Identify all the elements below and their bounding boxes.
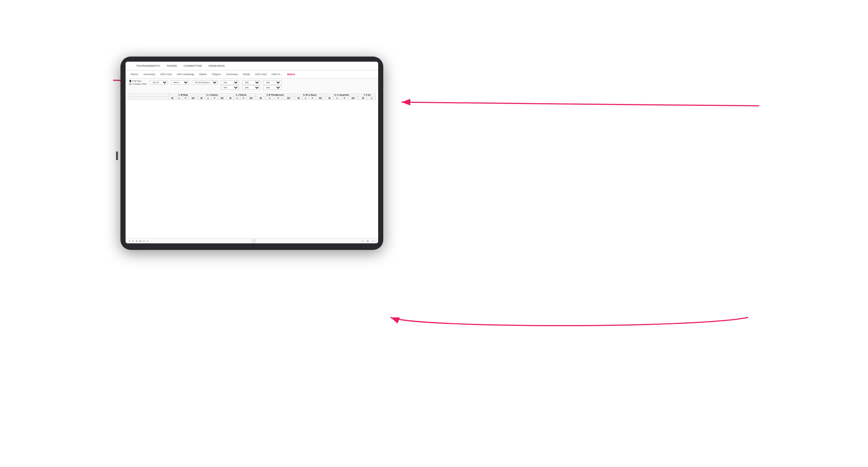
tab-detail[interactable]: Detail bbox=[242, 72, 251, 77]
sh-4-t: T bbox=[274, 97, 283, 100]
full-view-radio[interactable]: Full View bbox=[129, 80, 147, 82]
nav-item-committee[interactable]: COMMITTEE bbox=[183, 63, 203, 68]
col-header-empty bbox=[128, 93, 169, 97]
full-view-dot bbox=[129, 80, 131, 82]
filter-players: (All) (All) bbox=[263, 80, 281, 90]
view-badge[interactable] bbox=[252, 239, 256, 243]
tool1-icon[interactable]: ⊕ bbox=[136, 240, 138, 242]
filter-gender: Men's bbox=[171, 80, 189, 85]
sh-5-t: T bbox=[309, 97, 316, 100]
conference-select[interactable]: (All) bbox=[242, 80, 260, 85]
compact-view-dot bbox=[129, 83, 131, 85]
compact-view-radio[interactable]: Compact View bbox=[129, 83, 147, 85]
tab-summary2[interactable]: Summary bbox=[225, 72, 239, 77]
region-select[interactable]: N/A bbox=[221, 80, 239, 85]
share-button[interactable] bbox=[372, 240, 375, 242]
tab-h2h-grid2[interactable]: H2H Grid bbox=[254, 72, 268, 77]
col-header-7: 7. G Sa bbox=[358, 93, 376, 97]
sh-1-dif: Dif bbox=[188, 97, 197, 100]
view-badge-container bbox=[252, 240, 256, 242]
sh-2-dif: Dif bbox=[218, 97, 227, 100]
tabs-row: Teams Summary H2H Grid H2H Heatmap Matri… bbox=[126, 70, 378, 78]
sh-2-w: W bbox=[197, 97, 205, 100]
sh-5-l: L bbox=[303, 97, 309, 100]
grid-icon[interactable]: ⊞ bbox=[367, 240, 369, 242]
matrix-container[interactable]: 1. W Ding 2. L Clanton 3. J Koivun 4. M … bbox=[126, 92, 378, 238]
nav-item-rankings[interactable]: RANKINGS bbox=[208, 63, 226, 68]
compact-view-label: Compact View bbox=[132, 83, 147, 85]
filter-region: N/A N/A bbox=[221, 80, 239, 90]
tab-matrix-first[interactable]: Matrix bbox=[198, 72, 208, 77]
gender-select[interactable]: Men's bbox=[171, 80, 189, 85]
tab-matrix-active[interactable]: Matrix bbox=[286, 72, 296, 77]
max-players-select[interactable]: Top 25 bbox=[150, 80, 168, 85]
tab-h2h-h[interactable]: H2H H... bbox=[270, 72, 283, 77]
sh-2-t: T bbox=[211, 97, 218, 100]
sh-2-l: L bbox=[205, 97, 211, 100]
sh-6-dif: Dif bbox=[348, 97, 358, 100]
annotation-topright bbox=[733, 7, 857, 96]
tool4-icon[interactable]: ⊙ bbox=[147, 240, 149, 242]
nav-item-teams[interactable]: TEAMS bbox=[165, 63, 178, 68]
fullscreen-icon[interactable]: ⛶ bbox=[362, 240, 364, 242]
sh-5-w: W bbox=[295, 97, 303, 100]
sh-5-dif: Dif bbox=[316, 97, 325, 100]
sh-3-l: L bbox=[234, 97, 241, 100]
col-header-6: 6. C Lamprecht bbox=[325, 93, 358, 97]
tablet: TOURNAMENTS TEAMS COMMITTEE RANKINGS Tea… bbox=[120, 57, 383, 250]
col-header-3: 3. J Koivun bbox=[227, 93, 256, 97]
sh-3-t: T bbox=[241, 97, 247, 100]
nav-items: TOURNAMENTS TEAMS COMMITTEE RANKINGS bbox=[135, 63, 226, 68]
sh-1-w: W bbox=[169, 97, 176, 100]
tablet-side-button[interactable] bbox=[116, 151, 118, 160]
bottom-bar: ↺ ↻ ⊕ ⊞ ⊡ ⊙ ⛶ ⊞ bbox=[126, 238, 378, 243]
conference-select2[interactable]: (All) bbox=[242, 85, 260, 90]
nav-bar: TOURNAMENTS TEAMS COMMITTEE RANKINGS bbox=[126, 62, 378, 70]
sh-6-t: T bbox=[341, 97, 348, 100]
undo-icon[interactable]: ↺ bbox=[128, 240, 130, 242]
sh-1-t: T bbox=[182, 97, 188, 100]
filter-division: NCAA Division I bbox=[192, 80, 218, 85]
tab-summary[interactable]: Summary bbox=[142, 72, 156, 77]
tab-players[interactable]: Players bbox=[211, 72, 222, 77]
col-header-4: 4. M Thorbjornsen bbox=[256, 93, 295, 97]
tool3-icon[interactable]: ⊡ bbox=[143, 240, 145, 242]
bottom-bar-left: ↺ ↻ ⊕ ⊞ ⊡ ⊙ bbox=[128, 240, 149, 242]
sh-6-w: W bbox=[325, 97, 334, 100]
matrix-table: 1. W Ding 2. L Clanton 3. J Koivun 4. M … bbox=[128, 93, 376, 100]
players-select[interactable]: (All) bbox=[263, 80, 281, 85]
sh-7-l: L bbox=[368, 97, 376, 100]
nav-item-tournaments[interactable]: TOURNAMENTS bbox=[135, 63, 161, 68]
full-view-label: Full View bbox=[132, 80, 141, 82]
sh-7-w: W bbox=[358, 97, 368, 100]
filter-conference: (All) (All) bbox=[242, 80, 260, 90]
division-select[interactable]: NCAA Division I bbox=[192, 80, 218, 85]
tool2-icon[interactable]: ⊞ bbox=[139, 240, 141, 242]
tab-h2h-heatmap[interactable]: H2H Heatmap bbox=[176, 72, 195, 77]
sh-1-l: L bbox=[176, 97, 183, 100]
annotation-topleft bbox=[4, 11, 139, 46]
bottom-bar-right: ⛶ ⊞ bbox=[359, 240, 375, 242]
region-select2[interactable]: N/A bbox=[221, 85, 239, 90]
sh-4-dif: Dif bbox=[283, 97, 295, 100]
filter-max-players: Top 25 bbox=[150, 80, 168, 85]
sh-6-l: L bbox=[334, 97, 341, 100]
annotation-bottomright bbox=[733, 248, 857, 266]
sh-3-w: W bbox=[227, 97, 234, 100]
tablet-screen: TOURNAMENTS TEAMS COMMITTEE RANKINGS Tea… bbox=[126, 62, 378, 243]
col-header-1: 1. W Ding bbox=[169, 93, 198, 97]
sh-4-w: W bbox=[256, 97, 266, 100]
view-radio-group: Full View Compact View bbox=[129, 80, 147, 85]
sub-header-empty bbox=[128, 97, 169, 100]
sh-3-dif: Dif bbox=[247, 97, 256, 100]
sh-4-l: L bbox=[266, 97, 274, 100]
redo-icon[interactable]: ↻ bbox=[132, 240, 134, 242]
col-header-5: 5. M La Sasso bbox=[295, 93, 325, 97]
tab-teams[interactable]: Teams bbox=[129, 72, 139, 77]
tab-h2h-grid[interactable]: H2H Grid bbox=[159, 72, 173, 77]
players-select2[interactable]: (All) bbox=[263, 85, 281, 90]
filter-row: Full View Compact View Top 25 Men's bbox=[126, 78, 378, 92]
col-header-2: 2. L Clanton bbox=[197, 93, 227, 97]
